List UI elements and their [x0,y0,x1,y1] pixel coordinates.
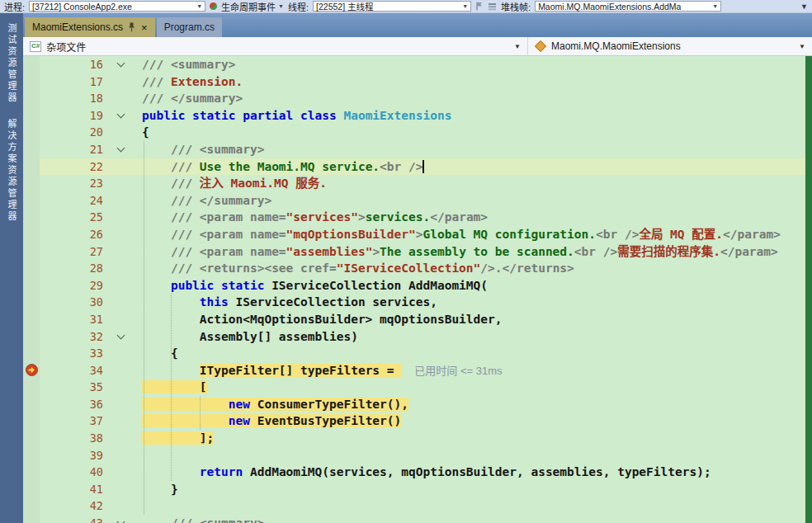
code-text[interactable]: /// <param name="services">services.</pa… [140,209,812,226]
breakpoint-margin[interactable] [23,73,40,91]
code-line[interactable]: 37 new EventBusTypeFilter() [23,412,812,430]
breakpoint-margin[interactable] [23,158,40,176]
breakpoint-margin[interactable] [23,362,40,379]
code-text[interactable]: [ [140,379,812,396]
breakpoint-margin[interactable] [23,90,40,107]
fold-chevron-icon[interactable] [117,518,125,523]
vertical-scrollbar[interactable] [805,56,812,523]
fold-chevron-icon[interactable] [117,59,125,68]
flag-icon[interactable] [475,2,484,11]
breakpoint-margin[interactable] [23,345,40,362]
breakpoint-margin[interactable] [23,396,40,413]
breakpoint-margin[interactable] [23,141,40,158]
close-icon[interactable]: × [141,22,148,33]
lifecycle-events-button[interactable]: 生命周期事件 ▼ [221,0,284,13]
breakpoint-margin[interactable] [23,192,40,210]
code-text[interactable]: /// </summary> [140,90,812,107]
code-line[interactable]: 30 this IServiceCollection services, [23,294,812,311]
code-line[interactable]: 32 Assembly[] assemblies) [23,328,812,346]
code-line[interactable]: 42 [23,497,812,515]
code-line[interactable]: 40 return AddMaomiMQ(services, mqOptions… [23,464,812,481]
code-text[interactable]: new EventBusTypeFilter() [140,412,812,430]
code-text[interactable]: } [140,481,812,498]
code-text[interactable]: { [140,124,812,141]
code-text[interactable]: ]; [140,430,812,447]
code-text[interactable] [140,447,812,464]
fold-chevron-icon[interactable] [117,331,125,339]
code-text[interactable]: /// <returns><see cref="IServiceCollecti… [140,260,812,277]
stack-frames-icon[interactable] [488,2,497,11]
fold-chevron-icon[interactable] [117,111,125,119]
code-line[interactable]: 16/// <summary> [23,56,812,73]
code-line[interactable]: 34 ITypeFilter[] typeFilters = 已用时间 <= 3… [23,362,812,379]
code-text[interactable] [140,497,812,515]
code-line[interactable]: 43 /// <summary> [23,515,812,523]
breakpoint-margin[interactable] [23,243,40,261]
code-line[interactable]: 31 Action<MqOptionsBuilder> mqOptionsBui… [23,311,812,328]
fold-chevron-icon[interactable] [117,144,125,153]
code-line[interactable]: 27 /// <param name="assemblies">The asse… [23,243,812,261]
code-line[interactable]: 24 /// </summary> [23,192,812,210]
breakpoint-margin[interactable] [23,447,40,464]
code-line[interactable]: 29 public static IServiceCollection AddM… [23,277,812,294]
breakpoint-margin[interactable] [23,481,40,498]
code-line[interactable]: 25 /// <param name="services">services.<… [23,209,812,226]
code-text[interactable]: return AddMaomiMQ(services, mqOptionsBui… [140,464,812,481]
chevron-down-icon[interactable]: ▼ [462,3,468,9]
code-line[interactable]: 36 new ConsumerTypeFilter(), [23,396,812,413]
breakpoint-margin[interactable] [23,107,40,125]
code-line[interactable]: 23 /// 注入 Maomi.MQ 服务. [23,175,812,192]
code-line[interactable]: 38 ]; [23,430,812,447]
tab-program-cs[interactable]: Program.cs [157,17,222,37]
code-editor[interactable]: 16/// <summary>17/// Extension.18/// </s… [23,56,812,523]
code-text[interactable]: Action<MqOptionsBuilder> mqOptionsBuilde… [140,311,812,328]
code-text[interactable]: ITypeFilter[] typeFilters = 已用时间 <= 31ms [140,362,812,379]
breakpoint-margin[interactable] [23,260,40,277]
code-text[interactable]: /// <param name="mqOptionsBuilder">Globa… [140,226,812,243]
breakpoint-margin[interactable] [23,311,40,328]
breakpoint-margin[interactable] [23,209,40,226]
sidebar-item-solution-explorer[interactable]: 解决方案资源管理器 [5,111,18,230]
breakpoint-margin[interactable] [23,430,40,447]
breakpoint-margin[interactable] [23,412,40,430]
chevron-down-icon[interactable]: ▼ [196,3,202,9]
type-dropdown[interactable]: Maomi.MQ.MaomiExtensions ▼ [528,37,812,55]
code-text[interactable]: { [140,345,812,362]
chevron-down-icon[interactable]: ▼ [712,3,718,9]
breakpoint-margin[interactable] [23,515,40,523]
code-text[interactable]: this IServiceCollection services, [140,294,812,311]
code-text[interactable]: /// <summary> [140,515,812,523]
breakpoint-margin[interactable] [23,379,40,396]
code-text[interactable]: /// Use the Maomi.MQ service.<br /> [140,158,812,176]
breakpoint-margin[interactable] [23,464,40,481]
breakpoint-margin[interactable] [23,277,40,294]
code-text[interactable]: /// Extension. [140,73,812,91]
code-text[interactable]: /// <summary> [140,56,812,73]
code-line[interactable]: 35 [ [23,379,812,396]
code-line[interactable]: 21 /// <summary> [23,141,812,158]
sidebar-item-test-explorer[interactable]: 测试资源管理器 [5,16,18,111]
breakpoint-margin[interactable] [23,294,40,311]
code-line[interactable]: 19public static partial class MaomiExten… [23,107,812,125]
toolbar-overflow-icon[interactable]: ▼ [800,2,808,11]
code-text[interactable]: new ConsumerTypeFilter(), [140,396,812,413]
code-text[interactable]: Assembly[] assemblies) [140,328,812,346]
code-text[interactable]: /// 注入 Maomi.MQ 服务. [140,175,812,192]
project-dropdown[interactable]: C# 杂项文件 ▼ [23,37,528,55]
breakpoint-margin[interactable] [23,497,40,515]
code-line[interactable]: 17/// Extension. [23,73,812,91]
breakpoint-margin[interactable] [23,175,40,192]
code-line[interactable]: 18/// </summary> [23,90,812,107]
stackframe-combobox[interactable]: Maomi.MQ.MaomiExtensions.AddMa ▼ [535,1,721,12]
code-line[interactable]: 26 /// <param name="mqOptionsBuilder">Gl… [23,226,812,243]
code-line[interactable]: 22 /// Use the Maomi.MQ service.<br /> [23,158,812,176]
code-text[interactable]: /// <param name="assemblies">The assembl… [140,243,812,261]
chevron-down-icon[interactable]: ▼ [514,43,521,50]
code-text[interactable]: public static partial class MaomiExtensi… [140,107,812,125]
code-text[interactable]: public static IServiceCollection AddMaom… [140,277,812,294]
code-line[interactable]: 41 } [23,481,812,498]
code-line[interactable]: 28 /// <returns><see cref="IServiceColle… [23,260,812,277]
breakpoint-margin[interactable] [23,56,40,73]
breakpoint-margin[interactable] [23,124,40,141]
breakpoint-margin[interactable] [23,226,40,243]
